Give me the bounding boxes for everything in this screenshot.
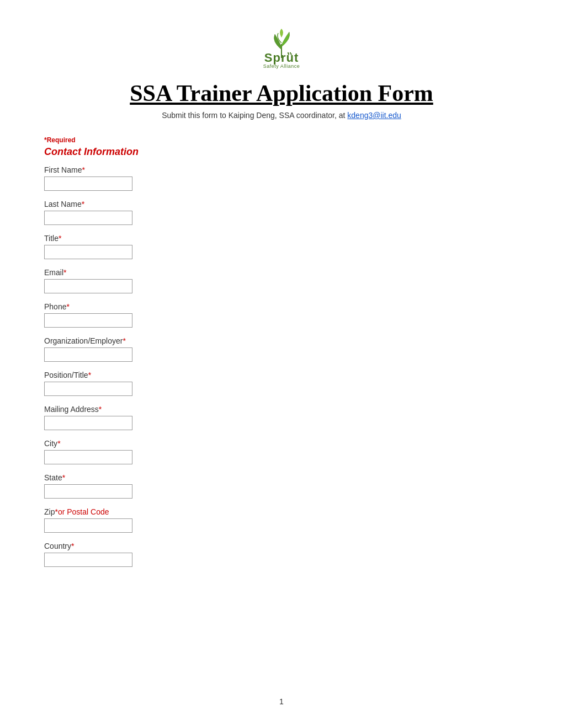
form-title: SSA Trainer Application Form [44, 80, 519, 106]
page-number: 1 [279, 697, 284, 706]
required-star-state: * [62, 473, 65, 482]
label-email: Email* [44, 268, 519, 277]
required-star-city: * [57, 439, 60, 448]
required-star-last-name: * [82, 200, 84, 208]
label-mailing-address: Mailing Address* [44, 405, 519, 414]
input-state[interactable] [44, 484, 132, 499]
input-mailing-address[interactable] [44, 416, 132, 430]
label-title: Title* [44, 234, 519, 243]
label-city: City* [44, 439, 519, 448]
field-group-city: City* [44, 439, 519, 464]
field-group-phone: Phone* [44, 302, 519, 328]
input-phone[interactable] [44, 313, 132, 328]
label-last-name: Last Name* [44, 200, 519, 208]
subtitle-text: Submit this form to Kaiping Deng, SSA co… [162, 111, 347, 120]
logo-section: Sprüt Safety Alliance [44, 22, 519, 71]
field-group-position: Position/Title* [44, 371, 519, 396]
form-section: *Required Contact Information First Name… [44, 136, 519, 567]
required-star-email: * [63, 268, 66, 277]
field-group-zip: Zip*or Postal Code [44, 507, 519, 533]
svg-text:Sprüt: Sprüt [264, 51, 299, 65]
page-container: Sprüt Safety Alliance SSA Trainer Applic… [0, 0, 563, 728]
required-star-title: * [59, 234, 61, 243]
zip-optional-text: or Postal Code [58, 507, 109, 516]
logo-container: Sprüt Safety Alliance [246, 22, 317, 71]
required-star-organization: * [123, 336, 125, 345]
label-phone: Phone* [44, 302, 519, 311]
required-star-position: * [88, 371, 91, 379]
input-position[interactable] [44, 382, 132, 396]
field-group-last-name: Last Name* [44, 200, 519, 225]
label-state: State* [44, 473, 519, 482]
field-group-first-name: First Name* [44, 165, 519, 191]
input-organization[interactable] [44, 347, 132, 362]
label-first-name: First Name* [44, 165, 519, 174]
email-link[interactable]: kdeng3@iit.edu [347, 111, 401, 120]
input-country[interactable] [44, 553, 132, 567]
label-zip: Zip*or Postal Code [44, 507, 519, 516]
field-group-email: Email* [44, 268, 519, 293]
input-email[interactable] [44, 279, 132, 293]
required-star-mailing-address: * [99, 405, 102, 414]
form-subtitle: Submit this form to Kaiping Deng, SSA co… [44, 111, 519, 120]
required-star-country: * [71, 542, 74, 550]
field-group-organization: Organization/Employer* [44, 336, 519, 362]
svg-point-4 [290, 52, 291, 53]
input-zip[interactable] [44, 518, 132, 533]
svg-point-3 [288, 52, 289, 53]
logo-svg: Sprüt Safety Alliance [246, 22, 317, 69]
input-first-name[interactable] [44, 176, 132, 191]
section-title: Contact Information [44, 146, 519, 158]
field-group-title: Title* [44, 234, 519, 259]
required-note: *Required [44, 136, 519, 144]
field-group-mailing-address: Mailing Address* [44, 405, 519, 430]
field-group-state: State* [44, 473, 519, 499]
label-position: Position/Title* [44, 371, 519, 379]
required-star-first-name: * [82, 165, 84, 174]
input-city[interactable] [44, 450, 132, 464]
field-group-country: Country* [44, 542, 519, 567]
input-last-name[interactable] [44, 211, 132, 225]
label-organization: Organization/Employer* [44, 336, 519, 345]
svg-text:Safety Alliance: Safety Alliance [263, 63, 300, 69]
required-star-phone: * [66, 302, 69, 311]
label-country: Country* [44, 542, 519, 550]
input-title[interactable] [44, 245, 132, 259]
